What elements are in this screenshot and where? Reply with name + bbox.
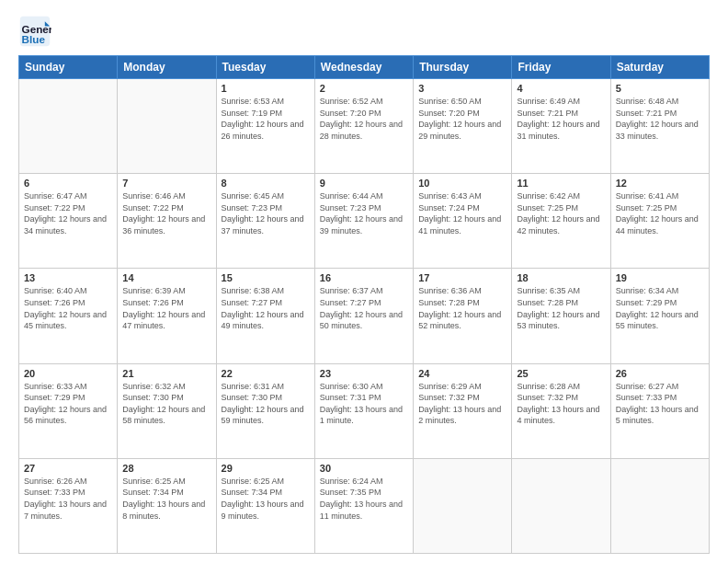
- calendar-day-header: Friday: [512, 56, 610, 79]
- day-number: 15: [222, 272, 310, 283]
- calendar-cell: 27Sunrise: 6:26 AM Sunset: 7:33 PM Dayli…: [19, 458, 118, 553]
- day-number: 29: [222, 463, 310, 474]
- day-number: 25: [517, 368, 605, 379]
- calendar-day-header: Saturday: [610, 56, 709, 79]
- day-info: Sunrise: 6:37 AM Sunset: 7:27 PM Dayligh…: [320, 285, 408, 331]
- day-info: Sunrise: 6:47 AM Sunset: 7:22 PM Dayligh…: [24, 190, 112, 236]
- day-info: Sunrise: 6:35 AM Sunset: 7:28 PM Dayligh…: [517, 285, 605, 331]
- day-number: 6: [24, 178, 112, 189]
- day-info: Sunrise: 6:48 AM Sunset: 7:21 PM Dayligh…: [616, 96, 704, 142]
- calendar-cell: [512, 458, 610, 553]
- calendar-cell: 2Sunrise: 6:52 AM Sunset: 7:20 PM Daylig…: [314, 79, 413, 174]
- day-number: 1: [222, 83, 310, 94]
- calendar-week-row: 27Sunrise: 6:26 AM Sunset: 7:33 PM Dayli…: [19, 458, 710, 553]
- calendar-cell: [610, 458, 709, 553]
- day-info: Sunrise: 6:36 AM Sunset: 7:28 PM Dayligh…: [418, 285, 506, 331]
- day-number: 21: [122, 368, 210, 379]
- calendar-cell: 16Sunrise: 6:37 AM Sunset: 7:27 PM Dayli…: [314, 269, 413, 363]
- calendar-cell: 24Sunrise: 6:29 AM Sunset: 7:32 PM Dayli…: [414, 363, 512, 458]
- day-number: 16: [320, 272, 408, 283]
- day-info: Sunrise: 6:45 AM Sunset: 7:23 PM Dayligh…: [222, 190, 310, 236]
- day-number: 20: [24, 368, 112, 379]
- day-info: Sunrise: 6:26 AM Sunset: 7:33 PM Dayligh…: [24, 476, 112, 522]
- day-info: Sunrise: 6:38 AM Sunset: 7:27 PM Dayligh…: [222, 285, 310, 331]
- day-info: Sunrise: 6:25 AM Sunset: 7:34 PM Dayligh…: [222, 476, 310, 522]
- day-number: 19: [616, 272, 704, 283]
- day-info: Sunrise: 6:30 AM Sunset: 7:31 PM Dayligh…: [320, 381, 408, 427]
- day-info: Sunrise: 6:50 AM Sunset: 7:20 PM Dayligh…: [418, 96, 506, 142]
- calendar-cell: 11Sunrise: 6:42 AM Sunset: 7:25 PM Dayli…: [512, 174, 610, 269]
- day-number: 24: [418, 368, 506, 379]
- calendar-week-row: 1Sunrise: 6:53 AM Sunset: 7:19 PM Daylig…: [19, 79, 710, 174]
- day-number: 18: [517, 272, 605, 283]
- calendar-table: SundayMondayTuesdayWednesdayThursdayFrid…: [18, 55, 710, 554]
- calendar-cell: 28Sunrise: 6:25 AM Sunset: 7:34 PM Dayli…: [118, 458, 216, 553]
- day-info: Sunrise: 6:33 AM Sunset: 7:29 PM Dayligh…: [24, 381, 112, 427]
- day-info: Sunrise: 6:27 AM Sunset: 7:33 PM Dayligh…: [616, 381, 704, 427]
- day-info: Sunrise: 6:28 AM Sunset: 7:32 PM Dayligh…: [517, 381, 605, 427]
- calendar-cell: 26Sunrise: 6:27 AM Sunset: 7:33 PM Dayli…: [610, 363, 709, 458]
- day-info: Sunrise: 6:31 AM Sunset: 7:30 PM Dayligh…: [222, 381, 310, 427]
- calendar-day-header: Monday: [118, 56, 216, 79]
- calendar-cell: 30Sunrise: 6:24 AM Sunset: 7:35 PM Dayli…: [314, 458, 413, 553]
- day-info: Sunrise: 6:29 AM Sunset: 7:32 PM Dayligh…: [418, 381, 506, 427]
- calendar-day-header: Wednesday: [314, 56, 413, 79]
- day-number: 2: [320, 83, 408, 94]
- day-number: 5: [616, 83, 704, 94]
- calendar-week-row: 13Sunrise: 6:40 AM Sunset: 7:26 PM Dayli…: [19, 269, 710, 363]
- day-number: 11: [517, 178, 605, 189]
- day-info: Sunrise: 6:42 AM Sunset: 7:25 PM Dayligh…: [517, 190, 605, 236]
- day-number: 10: [418, 178, 506, 189]
- calendar-cell: [414, 458, 512, 553]
- logo: General Blue: [18, 15, 53, 48]
- calendar-week-row: 6Sunrise: 6:47 AM Sunset: 7:22 PM Daylig…: [19, 174, 710, 269]
- day-number: 17: [418, 272, 506, 283]
- day-info: Sunrise: 6:44 AM Sunset: 7:23 PM Dayligh…: [320, 190, 408, 236]
- day-number: 27: [24, 463, 112, 474]
- day-info: Sunrise: 6:53 AM Sunset: 7:19 PM Dayligh…: [222, 96, 310, 142]
- day-info: Sunrise: 6:49 AM Sunset: 7:21 PM Dayligh…: [517, 96, 605, 142]
- day-number: 9: [320, 178, 408, 189]
- calendar-cell: 13Sunrise: 6:40 AM Sunset: 7:26 PM Dayli…: [19, 269, 118, 363]
- calendar-cell: 17Sunrise: 6:36 AM Sunset: 7:28 PM Dayli…: [414, 269, 512, 363]
- calendar-week-row: 20Sunrise: 6:33 AM Sunset: 7:29 PM Dayli…: [19, 363, 710, 458]
- calendar-header-row: SundayMondayTuesdayWednesdayThursdayFrid…: [19, 56, 710, 79]
- day-number: 28: [122, 463, 210, 474]
- day-info: Sunrise: 6:46 AM Sunset: 7:22 PM Dayligh…: [122, 190, 210, 236]
- calendar-cell: 9Sunrise: 6:44 AM Sunset: 7:23 PM Daylig…: [314, 174, 413, 269]
- calendar-cell: 14Sunrise: 6:39 AM Sunset: 7:26 PM Dayli…: [118, 269, 216, 363]
- calendar-cell: 21Sunrise: 6:32 AM Sunset: 7:30 PM Dayli…: [118, 363, 216, 458]
- day-info: Sunrise: 6:52 AM Sunset: 7:20 PM Dayligh…: [320, 96, 408, 142]
- calendar-day-header: Tuesday: [216, 56, 314, 79]
- calendar-cell: [19, 79, 118, 174]
- day-number: 26: [616, 368, 704, 379]
- calendar-cell: 6Sunrise: 6:47 AM Sunset: 7:22 PM Daylig…: [19, 174, 118, 269]
- day-number: 4: [517, 83, 605, 94]
- calendar-cell: [118, 79, 216, 174]
- calendar-cell: 22Sunrise: 6:31 AM Sunset: 7:30 PM Dayli…: [216, 363, 314, 458]
- day-info: Sunrise: 6:39 AM Sunset: 7:26 PM Dayligh…: [122, 285, 210, 331]
- calendar-day-header: Thursday: [414, 56, 512, 79]
- day-info: Sunrise: 6:24 AM Sunset: 7:35 PM Dayligh…: [320, 476, 408, 522]
- calendar-cell: 19Sunrise: 6:34 AM Sunset: 7:29 PM Dayli…: [610, 269, 709, 363]
- calendar-cell: 1Sunrise: 6:53 AM Sunset: 7:19 PM Daylig…: [216, 79, 314, 174]
- day-info: Sunrise: 6:34 AM Sunset: 7:29 PM Dayligh…: [616, 285, 704, 331]
- day-number: 12: [616, 178, 704, 189]
- day-info: Sunrise: 6:32 AM Sunset: 7:30 PM Dayligh…: [122, 381, 210, 427]
- day-number: 7: [122, 178, 210, 189]
- day-number: 13: [24, 272, 112, 283]
- day-number: 14: [122, 272, 210, 283]
- logo-icon: General Blue: [18, 15, 51, 48]
- day-number: 8: [222, 178, 310, 189]
- calendar-cell: 15Sunrise: 6:38 AM Sunset: 7:27 PM Dayli…: [216, 269, 314, 363]
- day-number: 30: [320, 463, 408, 474]
- calendar-cell: 20Sunrise: 6:33 AM Sunset: 7:29 PM Dayli…: [19, 363, 118, 458]
- svg-text:Blue: Blue: [22, 33, 46, 45]
- calendar-cell: 29Sunrise: 6:25 AM Sunset: 7:34 PM Dayli…: [216, 458, 314, 553]
- calendar-cell: 8Sunrise: 6:45 AM Sunset: 7:23 PM Daylig…: [216, 174, 314, 269]
- day-info: Sunrise: 6:25 AM Sunset: 7:34 PM Dayligh…: [122, 476, 210, 522]
- day-info: Sunrise: 6:40 AM Sunset: 7:26 PM Dayligh…: [24, 285, 112, 331]
- day-info: Sunrise: 6:41 AM Sunset: 7:25 PM Dayligh…: [616, 190, 704, 236]
- calendar-cell: 10Sunrise: 6:43 AM Sunset: 7:24 PM Dayli…: [414, 174, 512, 269]
- day-number: 23: [320, 368, 408, 379]
